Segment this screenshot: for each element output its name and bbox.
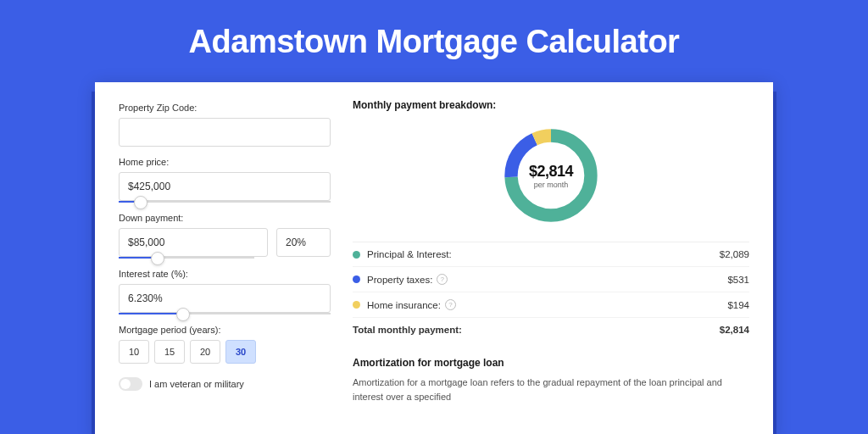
donut-total: $2,814 — [529, 163, 573, 181]
legend-total-row: Total monthly payment:$2,814 — [353, 318, 749, 342]
amort-title: Amortization for mortgage loan — [353, 357, 749, 369]
legend-row: Home insurance:?$194 — [353, 292, 749, 318]
legend-dot — [353, 275, 360, 283]
legend-value: $2,089 — [720, 249, 749, 259]
label-period: Mortgage period (years): — [119, 325, 331, 335]
interest-slider[interactable] — [119, 313, 331, 314]
home-price-slider[interactable] — [119, 201, 331, 203]
label-veteran: I am veteran or military — [149, 379, 244, 389]
legend-dot — [353, 301, 360, 309]
legend-total-label: Total monthly payment: — [353, 325, 720, 335]
amort-body: Amortization for a mortgage loan refers … — [353, 376, 749, 403]
period-btn-10[interactable]: 10 — [119, 340, 149, 364]
info-icon[interactable]: ? — [437, 274, 448, 285]
legend-total-value: $2,814 — [720, 325, 749, 335]
slider-thumb[interactable] — [151, 252, 164, 265]
label-zip: Property Zip Code: — [119, 103, 331, 113]
slider-thumb[interactable] — [134, 196, 147, 209]
breakdown-title: Monthly payment breakdown: — [353, 99, 749, 111]
donut-sub: per month — [534, 181, 569, 189]
label-down-payment: Down payment: — [119, 213, 331, 223]
form-column: Property Zip Code: Home price: Down paym… — [119, 99, 331, 421]
down-payment-slider[interactable] — [119, 257, 254, 259]
period-btn-20[interactable]: 20 — [190, 340, 220, 364]
calculator-card: Property Zip Code: Home price: Down paym… — [95, 82, 773, 434]
legend-label: Property taxes:? — [367, 274, 727, 285]
zip-input[interactable] — [119, 118, 331, 147]
down-payment-input[interactable] — [119, 228, 268, 257]
page-title: Adamstown Mortgage Calculator — [0, 0, 868, 82]
down-payment-pct-input[interactable] — [276, 228, 331, 257]
legend-label: Principal & Interest: — [367, 249, 720, 259]
interest-input[interactable] — [119, 284, 331, 313]
legend-value: $531 — [727, 275, 749, 285]
legend-dot — [353, 251, 360, 259]
period-btn-15[interactable]: 15 — [154, 340, 185, 364]
slider-thumb[interactable] — [176, 308, 190, 321]
label-home-price: Home price: — [119, 157, 331, 167]
legend-label: Home insurance:? — [367, 299, 727, 310]
donut-chart: $2,814 per month — [498, 123, 604, 228]
info-icon[interactable]: ? — [445, 299, 456, 310]
period-segmented: 10152030 — [119, 340, 331, 364]
legend: Principal & Interest:$2,089Property taxe… — [353, 242, 749, 342]
label-interest: Interest rate (%): — [119, 269, 331, 279]
veteran-toggle[interactable] — [119, 377, 142, 391]
home-price-input[interactable] — [119, 172, 331, 201]
legend-value: $194 — [727, 300, 749, 310]
legend-row: Property taxes:?$531 — [353, 267, 749, 292]
breakdown-column: Monthly payment breakdown: $2,814 per mo… — [353, 99, 749, 421]
legend-row: Principal & Interest:$2,089 — [353, 242, 749, 267]
period-btn-30[interactable]: 30 — [225, 340, 256, 364]
